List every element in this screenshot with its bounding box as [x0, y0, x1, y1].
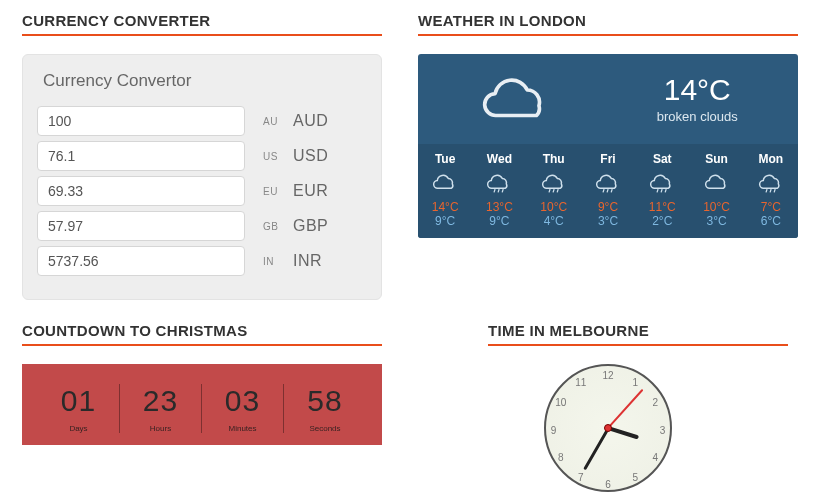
countdown-cell: 23Hours [120, 384, 202, 433]
forecast-low: 3°C [581, 214, 635, 228]
countdown-label: Seconds [284, 424, 366, 433]
forecast-low: 4°C [527, 214, 581, 228]
currency-row: USUSD [37, 141, 367, 171]
forecast-high: 11°C [635, 200, 689, 214]
clock-number: 12 [602, 370, 613, 381]
forecast-low: 9°C [472, 214, 526, 228]
forecast-low: 3°C [689, 214, 743, 228]
currency-small-code: IN [263, 256, 283, 267]
forecast-low: 9°C [418, 214, 472, 228]
cloud-rain-icon [744, 172, 798, 194]
currency-row: GBGBP [37, 211, 367, 241]
currency-code: USD [293, 147, 328, 165]
countdown-cell: 58Seconds [284, 384, 366, 433]
countdown-label: Minutes [202, 424, 283, 433]
weather-now-temp: 14°C [657, 73, 738, 107]
currency-row: EUEUR [37, 176, 367, 206]
weather-now-desc: broken clouds [657, 109, 738, 124]
cloud-rain-icon [581, 172, 635, 194]
weather-card: 14°C broken clouds Tue14°C9°CWed13°C9°CT… [418, 54, 798, 238]
weather-now: 14°C broken clouds [657, 73, 738, 124]
forecast-day: Tue14°C9°C [418, 144, 472, 238]
currency-small-code: GB [263, 221, 283, 232]
second-hand [607, 389, 643, 429]
svg-line-7 [607, 190, 608, 192]
forecast-day-name: Sun [689, 152, 743, 166]
forecast-high: 10°C [689, 200, 743, 214]
svg-line-14 [774, 190, 775, 192]
clock-number: 9 [548, 427, 559, 433]
weather-title: WEATHER IN LONDON [418, 12, 798, 36]
cloud-rain-icon [635, 172, 689, 194]
forecast-high: 10°C [527, 200, 581, 214]
clock-section: TIME IN MELBOURNE 121234567891011 [418, 318, 798, 492]
svg-line-11 [666, 190, 667, 192]
currency-section: CURRENCY CONVERTER Currency Convertor AU… [22, 8, 382, 300]
svg-line-2 [503, 190, 504, 192]
countdown-cell: 03Minutes [202, 384, 284, 433]
currency-code: EUR [293, 182, 328, 200]
svg-line-10 [661, 190, 662, 192]
forecast-day-name: Tue [418, 152, 472, 166]
analog-clock: 121234567891011 [544, 364, 672, 492]
currency-input[interactable] [37, 176, 245, 206]
forecast-day-name: Wed [472, 152, 526, 166]
forecast-high: 9°C [581, 200, 635, 214]
clock-number: 4 [649, 452, 661, 462]
minute-hand [583, 427, 610, 470]
forecast-day: Wed13°C9°C [472, 144, 526, 238]
clock-number: 5 [630, 471, 640, 483]
forecast-day-name: Sat [635, 152, 689, 166]
countdown-label: Hours [120, 424, 201, 433]
forecast-high: 14°C [418, 200, 472, 214]
countdown-value: 58 [284, 384, 366, 418]
countdown-value: 03 [202, 384, 283, 418]
countdown-section: COUNTDOWN TO CHRISTMAS 01Days23Hours03Mi… [22, 318, 382, 492]
forecast-day-name: Fri [581, 152, 635, 166]
currency-code: GBP [293, 217, 328, 235]
svg-line-0 [495, 190, 496, 192]
forecast-day: Sat11°C2°C [635, 144, 689, 238]
currency-input[interactable] [37, 141, 245, 171]
currency-small-code: US [263, 151, 283, 162]
forecast-row: Tue14°C9°CWed13°C9°CThu10°C4°CFri9°C3°CS… [418, 144, 798, 238]
svg-line-12 [766, 190, 767, 192]
svg-line-5 [557, 190, 558, 192]
countdown-label: Days [38, 424, 119, 433]
forecast-day: Thu10°C4°C [527, 144, 581, 238]
currency-code: INR [293, 252, 322, 270]
countdown-cell: 01Days [38, 384, 120, 433]
clock-number: 1 [630, 377, 640, 389]
clock-pin [604, 424, 612, 432]
svg-line-3 [549, 190, 550, 192]
countdown-value: 23 [120, 384, 201, 418]
clock-number: 2 [649, 398, 661, 408]
svg-line-6 [603, 190, 604, 192]
cloud-rain-icon [527, 172, 581, 194]
countdown-value: 01 [38, 384, 119, 418]
forecast-day: Mon7°C6°C [744, 144, 798, 238]
svg-line-8 [611, 190, 612, 192]
forecast-low: 6°C [744, 214, 798, 228]
svg-line-9 [657, 190, 658, 192]
cloud-rain-icon [472, 172, 526, 194]
clock-number: 11 [573, 375, 588, 390]
svg-line-4 [553, 190, 554, 192]
currency-input[interactable] [37, 211, 245, 241]
forecast-high: 7°C [744, 200, 798, 214]
currency-small-code: EU [263, 186, 283, 197]
weather-now-icon [478, 68, 556, 128]
svg-line-13 [770, 190, 771, 192]
clock-number: 10 [553, 395, 568, 410]
currency-row: AUAUD [37, 106, 367, 136]
currency-small-code: AU [263, 116, 283, 127]
clock-title: TIME IN MELBOURNE [488, 322, 788, 346]
clock-number: 8 [555, 452, 567, 462]
currency-input[interactable] [37, 106, 245, 136]
currency-input[interactable] [37, 246, 245, 276]
currency-card: Currency Convertor AUAUDUSUSDEUEURGBGBPI… [22, 54, 382, 300]
currency-code: AUD [293, 112, 328, 130]
countdown-card: 01Days23Hours03Minutes58Seconds [22, 364, 382, 445]
clock-number: 7 [576, 471, 586, 483]
hour-hand [607, 426, 639, 439]
